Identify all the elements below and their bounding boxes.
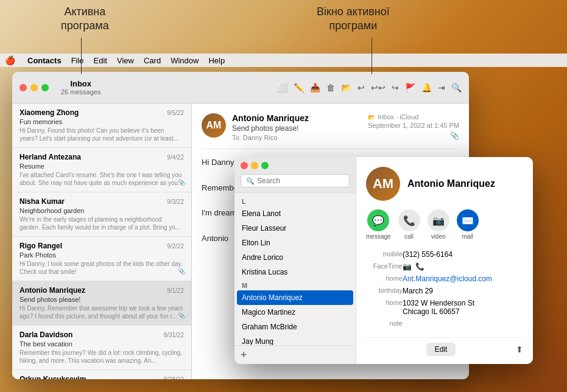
add-contact-button[interactable]: + [241, 349, 247, 360]
msg-subject: Fun memories [19, 118, 184, 125]
get-mail-icon[interactable]: ⬜ [277, 83, 287, 93]
mail-icon: ✉️ [457, 209, 479, 231]
expand-icon[interactable]: ⇥ [438, 83, 445, 93]
compose-icon[interactable]: ✏️ [294, 83, 304, 93]
annotation-line-right [372, 38, 372, 74]
msg-date: 8/31/22 [164, 332, 184, 338]
msg-date: 9/5/22 [167, 110, 184, 116]
contact-list: L Elena Lanot Fleur Lasseur Elton Lin An… [234, 193, 356, 345]
apple-menu[interactable]: 🍎 [5, 55, 15, 65]
detail-sender-name: Antonio Manriquez [232, 113, 368, 123]
info-value [403, 318, 523, 329]
attachment-icon: 📎 [178, 179, 185, 186]
menubar-help[interactable]: Help [208, 56, 225, 65]
list-item[interactable]: Orkun Kucuksevim 8/28/22 New hiking trai… [12, 370, 191, 379]
info-label: note [366, 318, 403, 329]
mail-action-button[interactable]: ✉️ mail [457, 209, 479, 240]
msg-sender: Darla Davidson [19, 331, 72, 339]
detail-subject: Send photos please! [232, 124, 368, 133]
list-item[interactable]: Jay Mung [234, 334, 356, 345]
menubar-window[interactable]: Window [171, 56, 199, 65]
msg-preview: Hi Danny, Remember that awesome trip we … [19, 304, 184, 320]
share-button[interactable]: ⬆ [516, 345, 523, 354]
move-icon[interactable]: 📂 [341, 83, 351, 93]
list-item-selected[interactable]: Antonio Manriquez [237, 290, 353, 305]
info-label: home [366, 273, 403, 285]
annotation-active-program: Активнапрограма [61, 5, 109, 33]
attachment-icon: 📎 [178, 268, 185, 275]
msg-subject: Resume [19, 163, 184, 170]
contact-detail-footer: Edit ⬆ [366, 337, 523, 356]
list-item[interactable]: Andre Lorico [234, 250, 356, 265]
maximize-button[interactable] [41, 84, 49, 91]
archive-icon[interactable]: 📥 [310, 83, 320, 93]
reply-icon[interactable]: ↩ [357, 83, 365, 93]
detail-date: September 1, 2022 at 1:45 PM [368, 122, 459, 129]
contact-traffic-lights [241, 162, 350, 169]
info-value: 1032 W Henderson StChicago IL 60657 [403, 297, 523, 318]
contact-detail-panel: AM Antonio Manriquez 💬 message 📞 call 📷 … [356, 157, 533, 364]
contact-avatar: AM [366, 167, 400, 201]
detail-location: 📂 Inbox · iCloud [368, 113, 459, 121]
list-item[interactable]: Rigo Rangel 9/2/22 Park Photos Hi Danny,… [12, 237, 191, 281]
msg-sender: Xiaomeng Zhong [19, 108, 79, 117]
search-icon[interactable]: 🔍 [451, 83, 462, 93]
facetime-video-icon[interactable]: 📷 [403, 262, 412, 271]
menubar-file[interactable]: File [71, 56, 84, 65]
contact-search-bar[interactable]: 🔍 [241, 174, 350, 187]
info-label: mobile [366, 248, 403, 261]
list-item[interactable]: Kristina Lucas [234, 265, 356, 279]
contact-search-input[interactable] [257, 177, 344, 185]
list-item[interactable]: Magico Martinez [234, 305, 356, 320]
mail-label: mail [462, 233, 473, 240]
notifications-icon[interactable]: 🔔 [421, 83, 432, 93]
info-value: Ant.Manriquez@icloud.com [403, 273, 523, 285]
list-item[interactable]: Nisha Kumar 9/3/22 Neighborhood garden W… [12, 192, 191, 237]
table-row: home 1032 W Henderson StChicago IL 60657 [366, 297, 523, 318]
msg-date: 9/1/22 [167, 287, 184, 294]
list-item[interactable]: Graham McBride [234, 320, 356, 334]
list-item[interactable]: Darla Davidson 8/31/22 The best vacation… [12, 326, 191, 370]
msg-date: 9/2/22 [167, 243, 184, 250]
delete-icon[interactable]: 🗑 [326, 83, 335, 93]
edit-button[interactable]: Edit [426, 343, 456, 356]
msg-sender: Rigo Rangel [19, 242, 62, 250]
forward-icon[interactable]: ↪ [392, 83, 399, 93]
toolbar-icons: ⬜ ✏️ 📥 🗑 📂 ↩ ↩↩ ↪ 🚩 🔔 ⇥ 🔍 [277, 83, 462, 93]
table-row: home Ant.Manriquez@icloud.com [366, 273, 523, 285]
table-row: note [366, 318, 523, 329]
message-icon: 💬 [367, 209, 389, 231]
list-item[interactable]: Herland Antezana 9/4/22 Resume I've atta… [12, 148, 191, 192]
facetime-audio-icon[interactable]: 📞 [415, 262, 424, 271]
contact-min-btn[interactable] [251, 162, 258, 169]
menubar-card[interactable]: Card [144, 56, 161, 65]
list-item[interactable]: Antonio Manriquez 9/1/22 Send photos ple… [12, 281, 191, 326]
message-list: Xiaomeng Zhong 9/5/22 Fun memories Hi Da… [12, 103, 192, 379]
traffic-lights [19, 84, 49, 91]
menubar-view[interactable]: View [117, 56, 134, 65]
message-action-button[interactable]: 💬 message [366, 209, 391, 240]
list-item[interactable]: Elena Lanot [234, 206, 356, 221]
video-action-button[interactable]: 📷 video [428, 209, 449, 240]
minimize-button[interactable] [30, 84, 38, 91]
mail-toolbar: Inbox 26 messages ⬜ ✏️ 📥 🗑 📂 ↩ ↩↩ ↪ 🚩 🔔 … [12, 72, 469, 103]
list-item[interactable]: Xiaomeng Zhong 9/5/22 Fun memories Hi Da… [12, 103, 191, 148]
email-link[interactable]: Ant.Manriquez@icloud.com [403, 275, 492, 283]
contact-full-name: Antonio Manriquez [407, 178, 495, 189]
menubar-contacts[interactable]: Contacts [27, 56, 62, 65]
video-label: video [431, 233, 446, 240]
contact-close-btn[interactable] [241, 162, 248, 169]
msg-subject: The best vacation [19, 340, 184, 348]
msg-sender: Antonio Manriquez [19, 286, 85, 295]
detail-right: 📂 Inbox · iCloud September 1, 2022 at 1:… [368, 113, 459, 140]
reply-all-icon[interactable]: ↩↩ [371, 83, 386, 93]
contact-info-table: mobile (312) 555-6164 FaceTime 📷 📞 home … [366, 248, 523, 329]
flag-icon[interactable]: 🚩 [405, 83, 415, 93]
table-row: birthday March 29 [366, 285, 523, 297]
list-item[interactable]: Fleur Lasseur [234, 221, 356, 236]
list-item[interactable]: Elton Lin [234, 236, 356, 250]
call-action-button[interactable]: 📞 call [398, 209, 420, 240]
menubar-edit[interactable]: Edit [94, 56, 107, 65]
contact-max-btn[interactable] [261, 162, 269, 169]
close-button[interactable] [19, 84, 27, 91]
